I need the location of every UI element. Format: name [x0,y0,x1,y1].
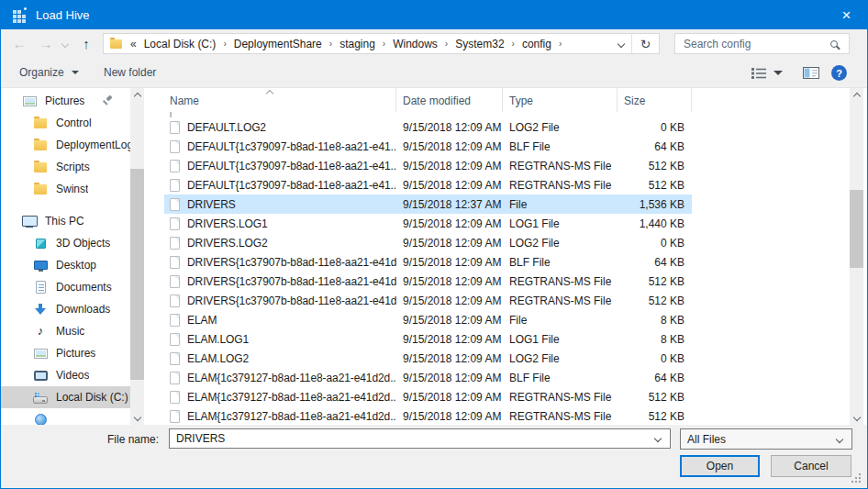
file-date-modified: 9/15/2018 12:09 AM [396,121,503,134]
open-button[interactable]: Open [680,455,760,477]
file-size: 64 KB [618,372,692,384]
file-row[interactable]: DRIVERS.LOG2 9/15/2018 12:09 AM LOG2 Fil… [164,233,692,252]
file-size: 512 KB [618,295,692,307]
help-button[interactable]: ? [831,65,847,81]
breadcrumb-item[interactable]: config [521,38,552,50]
navigation-bar: ← → ↑ « Local Disk (C:) › DeploymentShar… [1,29,867,58]
file-row[interactable]: DRIVERS 9/15/2018 12:37 AM File 1,536 KB [164,194,692,214]
file-type-dropdown[interactable]: All Files [680,428,852,450]
column-header-date-modified[interactable]: Date modified [396,88,503,112]
refresh-button[interactable]: ↻ [631,34,659,53]
address-bar[interactable]: « Local Disk (C:) › DeploymentShare › st… [103,33,660,54]
change-view-button[interactable] [751,58,767,87]
sidebar-scrollbar[interactable] [130,88,144,425]
sidebar-item[interactable]: 3D Objects [1,232,130,254]
resize-grip[interactable] [859,473,861,475]
file-date-modified: 9/15/2018 12:09 AM [396,140,503,153]
file-row[interactable]: DRIVERS{1c37907b-b8ad-11e8-aa21-e41d... … [164,291,692,310]
file-row[interactable]: DEFAULT.LOG2 9/15/2018 12:09 AM LOG2 Fil… [164,117,692,137]
search-icon[interactable] [830,40,838,48]
file-row[interactable]: ELAM 9/15/2018 12:09 AM File 8 KB [164,310,692,329]
sidebar-item[interactable]: Pictures [1,342,130,364]
sidebar-item[interactable]: Desktop [1,254,130,276]
sidebar-item[interactable]: Local Disk (C:) [1,386,130,408]
file-icon [170,179,180,192]
breadcrumb-item[interactable]: Windows [392,38,439,50]
scroll-up-arrow[interactable] [130,88,144,104]
sidebar-item[interactable]: Documents [1,276,130,298]
sidebar-item[interactable]: Control [1,112,130,134]
breadcrumb-item[interactable]: Local Disk (C:) [143,38,217,50]
preview-pane-button[interactable] [803,58,819,87]
file-row[interactable]: DRIVERS{1c37907b-b8ad-11e8-aa21-e41d... … [164,272,692,291]
file-row[interactable]: DEFAULT{1c379097-b8ad-11e8-aa21-e41... 9… [164,175,692,194]
forward-button[interactable]: → [34,29,58,58]
file-row[interactable]: DRIVERS{1c37907b-b8ad-11e8-aa21-e41d... … [164,252,692,272]
window-title: Load Hive [36,8,90,22]
file-list-scrollbar[interactable] [850,88,863,425]
breadcrumb-separator-icon[interactable]: › [383,39,385,49]
back-button[interactable]: ← [6,29,32,58]
chevron-down-icon[interactable] [654,435,662,442]
search-input[interactable] [675,38,830,50]
file-icon [170,391,180,404]
scroll-down-arrow[interactable] [850,409,863,425]
sort-ascending-icon [266,90,273,97]
new-folder-button[interactable]: New folder [104,58,156,87]
file-row[interactable]: ELAM{1c379127-b8ad-11e8-aa21-e41d2d... 9… [164,368,692,387]
up-button[interactable]: ↑ [74,29,98,58]
file-size: 512 KB [618,410,692,423]
sidebar-item[interactable]: Downloads [1,298,130,320]
file-row[interactable]: DEFAULT{1c379097-b8ad-11e8-aa21-e41... 9… [164,137,692,156]
sidebar-item[interactable]: Pictures [1,90,130,112]
breadcrumb-item[interactable]: staging [339,38,376,50]
file-type: BLF File [503,256,618,269]
file-name-input[interactable] [170,429,648,448]
scrollbar-thumb[interactable] [130,169,144,380]
file-rows: DEFAULT.LOG2 9/15/2018 12:09 AM LOG2 Fil… [164,112,692,425]
breadcrumb-separator-icon[interactable]: › [559,39,562,49]
breadcrumb-overflow[interactable]: « [130,38,137,50]
chevron-down-icon [618,39,625,47]
file-row[interactable]: DRIVERS.LOG1 9/15/2018 12:09 AM LOG1 Fil… [164,214,692,233]
file-type: REGTRANS-MS File [503,160,618,172]
scroll-down-arrow[interactable] [130,409,144,425]
file-row[interactable]: ELAM{1c379127-b8ad-11e8-aa21-e41d2d... 9… [164,406,692,425]
scroll-up-arrow[interactable] [850,88,863,104]
cancel-button[interactable]: Cancel [771,455,851,477]
file-date-modified: 9/15/2018 12:09 AM [396,410,503,423]
breadcrumb-separator-icon[interactable]: › [329,39,332,49]
close-button[interactable]: × [826,1,867,29]
column-header-name[interactable]: Name [164,88,396,112]
sidebar-item[interactable]: Videos [1,364,130,386]
file-name: ELAM{1c379127-b8ad-11e8-aa21-e41d2d... [187,410,396,423]
sidebar-item-label: Swinst [56,183,88,195]
breadcrumb-separator-icon[interactable]: › [223,39,226,49]
organize-button[interactable]: Organize [19,58,79,87]
address-dropdown-button[interactable] [611,41,631,47]
file-row[interactable]: ELAM.LOG1 9/15/2018 12:09 AM LOG1 File 8… [164,329,692,349]
view-options-dropdown[interactable] [773,58,783,87]
recent-locations-button[interactable] [58,29,72,58]
sidebar-item[interactable]: Scripts [1,156,130,178]
file-size: 64 KB [618,256,692,269]
sidebar-item[interactable]: DeploymentLog [1,134,130,156]
sidebar-item[interactable]: Swinst [1,178,130,200]
breadcrumb-separator-icon[interactable]: › [445,39,448,49]
file-name: ELAM{1c379127-b8ad-11e8-aa21-e41d2d... [187,372,396,384]
column-header-type[interactable]: Type [503,88,618,112]
file-name: ELAM{1c379127-b8ad-11e8-aa21-e41d2d... [187,391,396,404]
sidebar-item[interactable]: This PC [1,210,130,232]
file-type: File [503,198,618,211]
scrollbar-thumb[interactable] [850,190,863,268]
sidebar-item[interactable] [1,408,130,425]
file-row[interactable]: ELAM{1c379127-b8ad-11e8-aa21-e41d2d... 9… [164,387,692,406]
file-row[interactable]: ELAM.LOG2 9/15/2018 12:09 AM LOG2 File 0… [164,349,692,368]
column-header-size[interactable]: Size [618,88,692,112]
breadcrumb-item[interactable]: System32 [454,38,505,50]
breadcrumb-item[interactable]: DeploymentShare [233,38,323,50]
file-name-label: File name: [1,433,159,446]
breadcrumb-separator-icon[interactable]: › [512,39,515,49]
file-row[interactable]: DEFAULT{1c379097-b8ad-11e8-aa21-e41... 9… [164,156,692,175]
sidebar-item[interactable]: Music [1,320,130,342]
